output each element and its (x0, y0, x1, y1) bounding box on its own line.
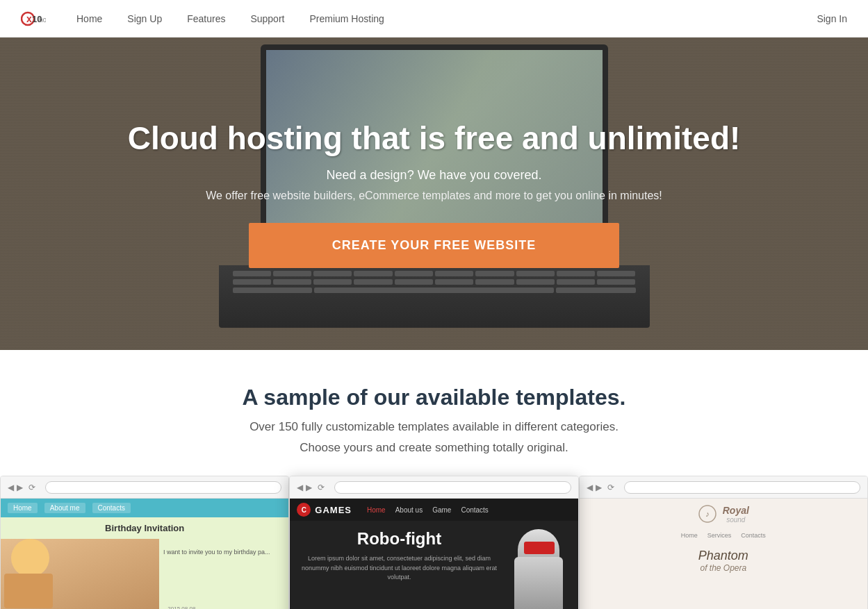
games-nav-links: Home About us Game Contacts (367, 506, 489, 514)
browser-url-bar-royal (624, 481, 860, 494)
hero-content: Cloud hosting that is free and unlimited… (100, 119, 769, 268)
birthday-date: 2015.08.08 (167, 606, 195, 609)
template-previews: ◀ ▶ ⟳ Home About me Contacts Birthday In… (0, 476, 868, 609)
template-royal[interactable]: ◀ ▶ ⟳ ♪ Royal sound (579, 476, 868, 609)
royal-nav-contacts: Contacts (741, 532, 766, 539)
svg-text:hosting: hosting (39, 16, 46, 24)
royal-nav-links: Home Services Contacts (580, 529, 867, 542)
nav-home[interactable]: Home (76, 13, 102, 24)
browser-bar-royal: ◀ ▶ ⟳ (580, 476, 867, 499)
nav-signup[interactable]: Sign Up (127, 13, 162, 24)
hero-title: Cloud hosting that is free and unlimited… (128, 119, 741, 157)
hero-description: We offer free website builders, eCommerc… (128, 190, 741, 202)
birthday-site-nav: Home About me Contacts (1, 499, 288, 517)
template-games[interactable]: ◀ ▶ ⟳ C GAMES Home About us Game Con (289, 476, 578, 609)
royal-title-sub: of the Opera (587, 563, 860, 573)
royal-logo-line1: Royal (723, 505, 749, 516)
games-logo-circle: C (297, 503, 311, 517)
games-preview-content: C GAMES Home About us Game Contacts Robo… (290, 499, 578, 609)
template-birthday[interactable]: ◀ ▶ ⟳ Home About me Contacts Birthday In… (0, 476, 289, 609)
royal-site-logo: ♪ Royal sound (580, 499, 867, 529)
royal-title-area: Phantom of the Opera (580, 542, 867, 580)
games-nav-home: Home (367, 506, 386, 514)
svg-text:♪: ♪ (705, 510, 710, 518)
games-nav-about: About us (395, 506, 423, 514)
birthday-preview-content: Home About me Contacts Birthday Invitati… (1, 499, 288, 609)
browser-bar-birthday: ◀ ▶ ⟳ (1, 476, 288, 499)
browser-bar-games: ◀ ▶ ⟳ (290, 476, 578, 499)
games-nav-game: Game (432, 506, 451, 514)
navbar: x 10 hosting Home Sign Up Features Suppo… (0, 0, 868, 37)
birthday-nav-aboutme: About me (44, 503, 85, 513)
royal-logo-icon: ♪ (698, 504, 717, 524)
birthday-nav-home: Home (8, 503, 38, 513)
royal-title-main: Phantom (587, 549, 860, 563)
birthday-text-overlay: I want to invite you to my birthday pa..… (145, 546, 288, 558)
games-site-nav: C GAMES Home About us Game Contacts (290, 499, 578, 521)
templates-tagline: Choose yours and create something totall… (0, 441, 868, 455)
nav-features[interactable]: Features (187, 13, 225, 24)
browser-nav-buttons-games: ◀ ▶ (297, 483, 312, 492)
royal-nav-services: Services (707, 532, 732, 539)
games-robot-image (500, 529, 570, 609)
create-website-button[interactable]: CREATE YOUR FREE WEBSITE (249, 223, 619, 268)
games-nav-contacts: Contacts (461, 506, 488, 514)
browser-forward-icon-royal: ▶ (596, 483, 602, 492)
games-title-area: Robo-fight Lorem ipsum dolor sit amet, c… (298, 529, 500, 609)
hero-section: Cloud hosting that is free and unlimited… (0, 37, 868, 350)
browser-back-icon-royal: ◀ (587, 483, 593, 492)
browser-refresh-icon-games: ⟳ (318, 483, 325, 492)
browser-forward-icon-games: ▶ (306, 483, 312, 492)
nav-links: Home Sign Up Features Support Premium Ho… (76, 12, 384, 25)
games-hero-title: Robo-fight (298, 529, 500, 549)
browser-back-icon-games: ◀ (297, 483, 303, 492)
signin-link[interactable]: Sign In (817, 13, 847, 24)
logo-icon: x 10 hosting (21, 6, 46, 31)
templates-section: A sample of our available templates. Ove… (0, 350, 868, 609)
browser-url-bar-games (334, 481, 571, 494)
browser-back-icon: ◀ (8, 483, 14, 492)
games-hero-desc: Lorem ipsum dolor sit amet, consectetuer… (298, 554, 500, 583)
nav-support[interactable]: Support (250, 13, 284, 24)
royal-preview-content: ♪ Royal sound Home Services Contacts Pha… (580, 499, 867, 609)
games-brand-name: GAMES (315, 505, 352, 515)
nav-premium-hosting[interactable]: Premium Hosting (309, 13, 384, 24)
robot-body (514, 557, 563, 609)
templates-title: A sample of our available templates. (0, 385, 868, 410)
royal-nav-home: Home (681, 532, 698, 539)
robot-visor (524, 542, 555, 554)
logo[interactable]: x 10 hosting (21, 6, 49, 31)
templates-subtitle: Over 150 fully customizable templates av… (0, 420, 868, 434)
browser-refresh-icon: ⟳ (28, 483, 35, 492)
birthday-site-title: Birthday Invitation (1, 517, 288, 539)
browser-forward-icon: ▶ (17, 483, 23, 492)
hero-subtitle: Need a design? We have you covered. (128, 168, 741, 183)
royal-logo-line2: sound (723, 516, 749, 524)
birthday-image (1, 539, 159, 609)
svg-text:x: x (26, 13, 32, 24)
browser-nav-buttons-royal: ◀ ▶ (587, 483, 602, 492)
games-hero: Robo-fight Lorem ipsum dolor sit amet, c… (290, 521, 578, 609)
laptop-keyboard (219, 265, 650, 328)
browser-refresh-icon-royal: ⟳ (607, 483, 614, 492)
browser-nav-buttons: ◀ ▶ (8, 483, 23, 492)
birthday-nav-contacts: Contacts (92, 503, 131, 513)
browser-url-bar (45, 481, 281, 494)
games-logo: C GAMES (297, 503, 352, 517)
